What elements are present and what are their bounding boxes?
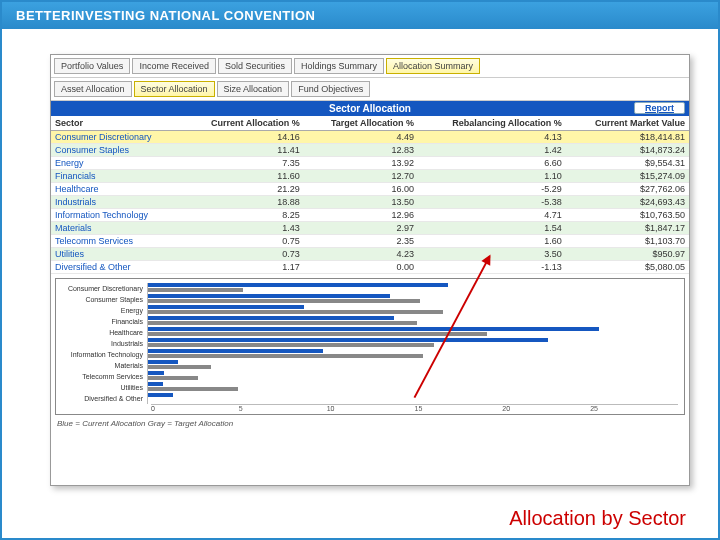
table-row[interactable]: Financials11.6012.701.10$15,274.09 (51, 170, 689, 183)
sector-name: Telecomm Services (51, 235, 182, 248)
table-row[interactable]: Consumer Discretionary14.164.494.13$18,4… (51, 131, 689, 144)
bar-target (148, 332, 487, 336)
cell-value: 4.13 (418, 131, 566, 144)
table-row[interactable]: Utilities0.734.233.50$950.97 (51, 248, 689, 261)
bar-target (148, 354, 423, 358)
axis-tick: 25 (590, 405, 678, 412)
cell-value: 2.35 (304, 235, 418, 248)
chart-row: Materials (62, 360, 678, 371)
page-header: BETTERINVESTING NATIONAL CONVENTION (2, 2, 718, 29)
tab-asset-allocation[interactable]: Asset Allocation (54, 81, 132, 97)
bar-current (148, 294, 390, 298)
table-row[interactable]: Industrials18.8813.50-5.38$24,693.43 (51, 196, 689, 209)
sector-name: Energy (51, 157, 182, 170)
tab-allocation-summary[interactable]: Allocation Summary (386, 58, 480, 74)
cell-value: 1.17 (182, 261, 303, 274)
cell-value: $1,103.70 (566, 235, 689, 248)
cell-value: 4.71 (418, 209, 566, 222)
allocation-table: SectorCurrent Allocation %Target Allocat… (51, 116, 689, 274)
chart-row: Industrials (62, 338, 678, 349)
tab-income-received[interactable]: Income Received (132, 58, 216, 74)
cell-value: $5,080.05 (566, 261, 689, 274)
table-row[interactable]: Energy7.3513.926.60$9,554.31 (51, 157, 689, 170)
bar-current (148, 360, 178, 364)
sector-name: Materials (51, 222, 182, 235)
chart-category-label: Utilities (62, 384, 147, 391)
tab-fund-objectives[interactable]: Fund Objectives (291, 81, 370, 97)
slide-caption: Allocation by Sector (509, 507, 686, 530)
table-row[interactable]: Information Technology8.2512.964.71$10,7… (51, 209, 689, 222)
cell-value: 12.83 (304, 144, 418, 157)
table-row[interactable]: Materials1.432.971.54$1,847.17 (51, 222, 689, 235)
bar-target (148, 321, 417, 325)
cell-value: 0.73 (182, 248, 303, 261)
chart-category-label: Materials (62, 362, 147, 369)
cell-value: 1.54 (418, 222, 566, 235)
tab-size-allocation[interactable]: Size Allocation (217, 81, 290, 97)
section-title: Sector Allocation Report (51, 101, 689, 116)
cell-value: 18.88 (182, 196, 303, 209)
cell-value: 1.43 (182, 222, 303, 235)
tabs-row-1: Portfolio ValuesIncome ReceivedSold Secu… (51, 55, 689, 78)
cell-value: 13.50 (304, 196, 418, 209)
table-row[interactable]: Consumer Staples11.4112.831.42$14,873.24 (51, 144, 689, 157)
bar-target (148, 299, 420, 303)
cell-value: $9,554.31 (566, 157, 689, 170)
col-header: Current Allocation % (182, 116, 303, 131)
axis-tick: 5 (239, 405, 327, 412)
chart-row: Energy (62, 305, 678, 316)
cell-value: $27,762.06 (566, 183, 689, 196)
cell-value: 11.41 (182, 144, 303, 157)
chart-row: Consumer Discretionary (62, 283, 678, 294)
col-header: Sector (51, 116, 182, 131)
table-row[interactable]: Telecomm Services0.752.351.60$1,103.70 (51, 235, 689, 248)
cell-value: 13.92 (304, 157, 418, 170)
cell-value: $14,873.24 (566, 144, 689, 157)
chart-row: Healthcare (62, 327, 678, 338)
bar-target (148, 310, 443, 314)
cell-value: $15,274.09 (566, 170, 689, 183)
chart-row: Diversified & Other (62, 393, 678, 404)
axis-tick: 20 (502, 405, 590, 412)
bar-current (148, 338, 548, 342)
axis-tick: 10 (327, 405, 415, 412)
bar-target (148, 365, 211, 369)
chart-row: Financials (62, 316, 678, 327)
bar-current (148, 393, 173, 397)
chart-category-label: Diversified & Other (62, 395, 147, 402)
bar-target (148, 288, 243, 292)
chart-row: Telecomm Services (62, 371, 678, 382)
sector-name: Consumer Discretionary (51, 131, 182, 144)
cell-value: 14.16 (182, 131, 303, 144)
report-button[interactable]: Report (634, 102, 685, 114)
tab-sector-allocation[interactable]: Sector Allocation (134, 81, 215, 97)
section-title-text: Sector Allocation (329, 103, 411, 114)
table-row[interactable]: Healthcare21.2916.00-5.29$27,762.06 (51, 183, 689, 196)
sector-name: Healthcare (51, 183, 182, 196)
chart-row: Information Technology (62, 349, 678, 360)
tab-holdings-summary[interactable]: Holdings Summary (294, 58, 384, 74)
tab-sold-securities[interactable]: Sold Securities (218, 58, 292, 74)
cell-value: $950.97 (566, 248, 689, 261)
tab-portfolio-values[interactable]: Portfolio Values (54, 58, 130, 74)
bar-current (148, 283, 448, 287)
cell-value: -5.38 (418, 196, 566, 209)
cell-value: 1.10 (418, 170, 566, 183)
col-header: Rebalancing Allocation % (418, 116, 566, 131)
cell-value: 0.00 (304, 261, 418, 274)
bar-current (148, 371, 164, 375)
cell-value: 4.49 (304, 131, 418, 144)
chart-category-label: Consumer Discretionary (62, 285, 147, 292)
table-row[interactable]: Diversified & Other1.170.00-1.13$5,080.0… (51, 261, 689, 274)
bar-target (148, 343, 434, 347)
chart-category-label: Energy (62, 307, 147, 314)
cell-value: 1.42 (418, 144, 566, 157)
cell-value: 11.60 (182, 170, 303, 183)
sector-name: Information Technology (51, 209, 182, 222)
tabs-row-2: Asset AllocationSector AllocationSize Al… (51, 78, 689, 101)
bar-current (148, 316, 394, 320)
bar-current (148, 305, 304, 309)
chart-legend: Blue = Current Allocation Gray = Target … (57, 419, 683, 428)
cell-value: 16.00 (304, 183, 418, 196)
chart-row: Utilities (62, 382, 678, 393)
